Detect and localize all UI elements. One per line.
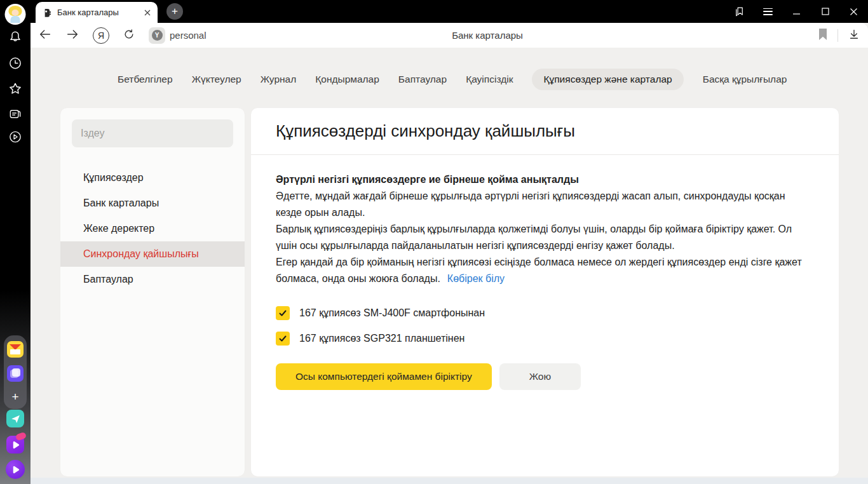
- tab-passwords-and-cards[interactable]: Құпиясөздер және карталар: [532, 69, 683, 90]
- tab-favicon-key-icon: [42, 8, 52, 18]
- tab-history[interactable]: Журнал: [261, 74, 297, 85]
- window-controls: [725, 0, 868, 23]
- collections-icon[interactable]: [8, 107, 23, 121]
- tab-bar: Банк карталары +: [31, 0, 868, 23]
- sync-conflict-content: Құпиясөздерді синхрондау қайшылығы Әртүр…: [251, 108, 839, 476]
- yandex-logo[interactable]: Я: [93, 27, 109, 44]
- bookmarks-star-icon[interactable]: [8, 81, 23, 96]
- maximize-button[interactable]: [811, 0, 839, 23]
- merge-button[interactable]: Осы компьютердегі қоймамен біріктіру: [276, 363, 492, 390]
- paragraph: Барлық құпиясөздеріңіз барлық құрылғылар…: [276, 221, 813, 254]
- paragraph-text: Егер қандай да бір қойманың негізгі құпи…: [276, 257, 802, 284]
- profile-icon: Y: [149, 27, 165, 44]
- tab-title: Банк карталары: [57, 8, 139, 17]
- avatar-art: [12, 10, 19, 16]
- search-input[interactable]: [72, 119, 233, 147]
- yandex-mail-icon[interactable]: [7, 341, 24, 358]
- tab-settings[interactable]: Баптаулар: [398, 74, 447, 85]
- tab-extensions[interactable]: Қондырмалар: [315, 74, 379, 85]
- new-tab-button[interactable]: +: [166, 3, 183, 20]
- menu-icon[interactable]: [754, 0, 782, 23]
- vault-checkbox-label: 167 құпиясөз SGP321 планшетінен: [299, 333, 465, 344]
- conflict-subtitle: Әртүрлі негізгі құпиясөздерге ие бірнеше…: [276, 171, 813, 188]
- dock-add-button[interactable]: +: [8, 389, 23, 405]
- side-menu: Құпиясөздер Банк карталары Жеке деректер…: [60, 165, 245, 292]
- minimize-button[interactable]: [782, 0, 811, 23]
- delete-button[interactable]: Жою: [499, 363, 581, 390]
- browser-tab[interactable]: Банк карталары: [36, 2, 158, 23]
- toolbar-separator: [837, 29, 838, 42]
- passwords-side-panel: Құпиясөздер Банк карталары Жеке деректер…: [60, 108, 245, 476]
- downloads-icon[interactable]: [848, 28, 860, 43]
- notifications-bell-icon[interactable]: [8, 30, 23, 44]
- sidebar-item-sync-conflict[interactable]: Синхрондау қайшылығы: [60, 241, 245, 267]
- tab-security[interactable]: Қауіпсіздік: [466, 74, 513, 85]
- profile-label: personal: [170, 30, 207, 41]
- vault-checkbox-group: 167 құпиясөз SM-J400F смартфонынан 167 қ…: [276, 306, 813, 346]
- vault-checkbox-label: 167 құпиясөз SM-J400F смартфонынан: [299, 307, 485, 319]
- forward-icon[interactable]: [65, 27, 79, 44]
- apps-icon[interactable]: [7, 365, 24, 382]
- browser-window: + Банк карталары +: [0, 0, 868, 484]
- browser-side-rail: +: [0, 0, 31, 484]
- mail-paper: [10, 349, 20, 354]
- paragraph: Әдетте, мұндай жағдай бірнеше құрылғыда …: [276, 188, 813, 221]
- sidebar-item-personal-data[interactable]: Жеке деректер: [60, 216, 245, 241]
- vault-checkbox-row[interactable]: 167 құпиясөз SM-J400F смартфонынан: [276, 306, 813, 320]
- sidebar-item-settings[interactable]: Баптаулар: [60, 267, 245, 292]
- settings-tabs: Бетбелгілер Жүктеулер Журнал Қондырмалар…: [118, 69, 787, 90]
- back-icon[interactable]: [38, 27, 52, 44]
- refresh-icon[interactable]: [123, 28, 135, 43]
- learn-more-link[interactable]: Көбірек білу: [447, 273, 505, 284]
- bookmark-flag-icon[interactable]: [818, 29, 828, 43]
- alice-app-icon[interactable]: [6, 436, 24, 454]
- tab-other-devices[interactable]: Басқа құрылғылар: [703, 74, 787, 85]
- close-window-button[interactable]: [839, 0, 868, 23]
- tab-downloads[interactable]: Жүктеулер: [192, 74, 241, 85]
- page-title: Құпиясөздерді синхрондау қайшылығы: [251, 108, 839, 141]
- sidebar-item-passwords[interactable]: Құпиясөздер: [60, 165, 245, 191]
- tab-bookmarks[interactable]: Бетбелгілер: [118, 74, 173, 85]
- avatar-art: [11, 16, 20, 23]
- sidebar-item-bank-cards[interactable]: Банк карталары: [60, 191, 245, 216]
- alice-assistant-icon[interactable]: [6, 460, 25, 479]
- history-clock-icon[interactable]: [8, 56, 23, 71]
- bottom-strip: [31, 478, 868, 484]
- vault-checkbox-row[interactable]: 167 құпиясөз SGP321 планшетінен: [276, 332, 813, 346]
- tab-close-icon[interactable]: [144, 9, 151, 17]
- address-bar: Я Y personal: [31, 23, 868, 48]
- video-play-icon[interactable]: [8, 130, 23, 144]
- tabs-panel-icon[interactable]: [725, 0, 754, 23]
- messenger-icon[interactable]: [6, 410, 24, 427]
- checkbox-checked-icon[interactable]: [276, 306, 290, 320]
- checkbox-checked-icon[interactable]: [276, 332, 290, 346]
- paragraph: Егер қандай да бір қойманың негізгі құпи…: [276, 254, 813, 287]
- profile-avatar[interactable]: [5, 4, 26, 25]
- action-buttons: Осы компьютердегі қоймамен біріктіру Жою: [276, 363, 813, 390]
- sync-profile-badge[interactable]: Y personal: [149, 27, 207, 44]
- pinned-apps-dock: +: [4, 335, 27, 409]
- apps-layer: [12, 368, 20, 377]
